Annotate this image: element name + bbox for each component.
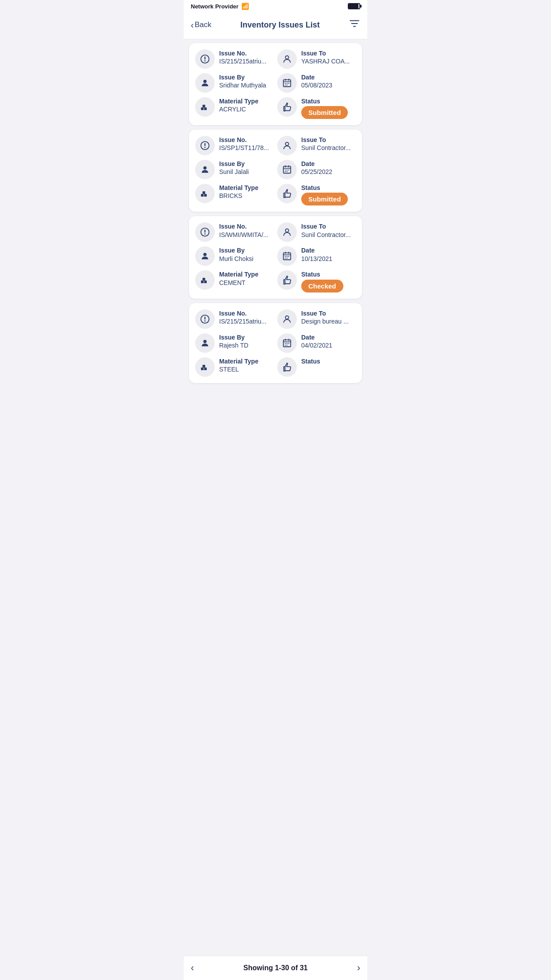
issue-to-half-3: Issue To Sunil Contractor... — [277, 222, 356, 242]
status-label-1: Status — [301, 97, 348, 105]
calendar-icon-2 — [277, 160, 297, 179]
svg-rect-27 — [203, 365, 205, 368]
issue-by-value-4: Rajesh TD — [219, 341, 248, 349]
issue-by-content-1: Issue By Sridhar Muthyala — [219, 73, 266, 89]
date-value-3: 10/13/2021 — [301, 255, 332, 263]
person-icon-3 — [277, 222, 297, 242]
back-label: Back — [195, 20, 212, 29]
alert-icon-2 — [195, 136, 215, 155]
issue-no-half-3: Issue No. IS/WMI/WMITA/... — [195, 222, 274, 242]
date-label-1: Date — [301, 73, 332, 81]
issue-by-half-2: Issue By Sunil Jalali — [195, 160, 274, 179]
issue-no-row-3: Issue No. IS/WMI/WMITA/... Issue To Suni… — [195, 222, 356, 242]
issue-to-content-2: Issue To Sunil Contractor... — [301, 136, 350, 152]
svg-point-15 — [285, 229, 288, 232]
svg-rect-4 — [201, 107, 204, 110]
date-value-2: 05/25/2022 — [301, 168, 332, 176]
status-half-4: Status — [277, 357, 356, 377]
status-content-2: Status Submitted — [301, 184, 348, 205]
svg-rect-19 — [204, 281, 207, 283]
material-row-1: Material Type ACRYLIC Status Submitted — [195, 97, 356, 119]
material-label-4: Material Type — [219, 357, 258, 365]
date-content-4: Date 04/02/2021 — [301, 333, 332, 349]
date-content-3: Date 10/13/2021 — [301, 246, 332, 262]
date-half-3: Date 10/13/2021 — [277, 246, 356, 266]
alert-icon-3 — [195, 222, 215, 242]
issue-by-half-1: Issue By Sridhar Muthyala — [195, 73, 274, 93]
issue-by-value-3: Murli Choksi — [219, 255, 253, 263]
back-chevron-icon: ‹ — [191, 20, 194, 29]
issue-to-half-4: Issue To Design bureau ... — [277, 309, 356, 329]
svg-rect-25 — [201, 368, 204, 370]
issue-to-content-4: Issue To Design bureau ... — [301, 309, 349, 325]
material-value-1: ACRYLIC — [219, 105, 258, 113]
issue-card-4[interactable]: Issue No. IS/215/215atriu... Issue To De… — [189, 303, 362, 383]
issue-no-half-1: Issue No. IS/215/215atriu... — [195, 49, 274, 69]
issue-no-label-3: Issue No. — [219, 222, 268, 230]
date-value-4: 04/02/2021 — [301, 341, 332, 349]
material-value-2: BRICKS — [219, 192, 258, 200]
issue-to-content-1: Issue To YASHRAJ COA... — [301, 49, 350, 65]
issue-card-3[interactable]: Issue No. IS/WMI/WMITA/... Issue To Suni… — [189, 216, 362, 298]
status-badge-1: Submitted — [301, 106, 348, 119]
issue-to-content-3: Issue To Sunil Contractor... — [301, 222, 350, 238]
status-half-1: Status Submitted — [277, 97, 356, 119]
alert-icon-1 — [195, 49, 215, 69]
calendar-icon-3 — [277, 246, 297, 266]
back-button[interactable]: ‹ Back — [191, 20, 211, 29]
date-content-1: Date 05/08/2023 — [301, 73, 332, 89]
issue-no-row-4: Issue No. IS/215/215atriu... Issue To De… — [195, 309, 356, 329]
material-half-3: Material Type CEMENT — [195, 270, 274, 290]
issue-to-value-2: Sunil Contractor... — [301, 144, 350, 152]
svg-rect-11 — [201, 194, 204, 197]
battery-icon — [348, 3, 360, 9]
issue-by-content-4: Issue By Rajesh TD — [219, 333, 248, 349]
svg-rect-6 — [203, 105, 205, 107]
issue-by-value-2: Sunil Jalali — [219, 168, 249, 176]
user-icon-2 — [195, 160, 215, 179]
date-value-1: 05/08/2023 — [301, 81, 332, 89]
material-content-4: Material Type STEEL — [219, 357, 258, 373]
issue-to-label-4: Issue To — [301, 309, 349, 317]
issue-by-value-1: Sridhar Muthyala — [219, 81, 266, 89]
material-icon-4 — [195, 357, 215, 377]
material-content-2: Material Type BRICKS — [219, 184, 258, 200]
issue-to-value-1: YASHRAJ COA... — [301, 57, 350, 65]
date-half-4: Date 04/02/2021 — [277, 333, 356, 353]
material-content-1: Material Type ACRYLIC — [219, 97, 258, 113]
svg-rect-18 — [201, 281, 204, 283]
material-row-4: Material Type STEEL Status — [195, 357, 356, 377]
header: ‹ Back Inventory Issues List — [184, 12, 367, 40]
issue-no-row-2: Issue No. IS/SP1/ST11/78... Issue To Sun… — [195, 136, 356, 155]
status-label-2: Status — [301, 184, 348, 192]
svg-rect-5 — [204, 107, 207, 110]
svg-point-2 — [203, 80, 206, 83]
issue-by-content-2: Issue By Sunil Jalali — [219, 160, 249, 176]
issue-no-content-4: Issue No. IS/215/215atriu... — [219, 309, 267, 325]
thumbs-up-icon-2 — [277, 184, 297, 203]
issue-to-label-1: Issue To — [301, 49, 350, 57]
issue-by-label-2: Issue By — [219, 160, 249, 168]
material-content-3: Material Type CEMENT — [219, 270, 258, 286]
cards-list: Issue No. IS/215/215atriu... Issue To YA… — [184, 43, 367, 414]
user-icon-3 — [195, 246, 215, 266]
material-icon-1 — [195, 97, 215, 117]
issue-card-1[interactable]: Issue No. IS/215/215atriu... Issue To YA… — [189, 43, 362, 125]
issue-no-value-3: IS/WMI/WMITA/... — [219, 231, 268, 239]
issue-no-value-1: IS/215/215atriu... — [219, 57, 267, 65]
material-value-3: CEMENT — [219, 279, 258, 287]
issue-to-value-3: Sunil Contractor... — [301, 231, 350, 239]
material-row-2: Material Type BRICKS Status Submitted — [195, 184, 356, 205]
filter-icon[interactable] — [349, 18, 360, 32]
wifi-icon: 📶 — [241, 3, 249, 10]
date-half-2: Date 05/25/2022 — [277, 160, 356, 179]
issue-by-row-4: Issue By Rajesh TD Date 04/02/2021 — [195, 333, 356, 353]
status-label-4: Status — [301, 357, 320, 365]
issue-to-label-3: Issue To — [301, 222, 350, 230]
issue-card-2[interactable]: Issue No. IS/SP1/ST11/78... Issue To Sun… — [189, 130, 362, 212]
date-label-3: Date — [301, 246, 332, 254]
material-half-2: Material Type BRICKS — [195, 184, 274, 203]
thumbs-up-icon-1 — [277, 97, 297, 117]
svg-rect-13 — [203, 191, 205, 194]
issue-no-half-2: Issue No. IS/SP1/ST11/78... — [195, 136, 274, 155]
